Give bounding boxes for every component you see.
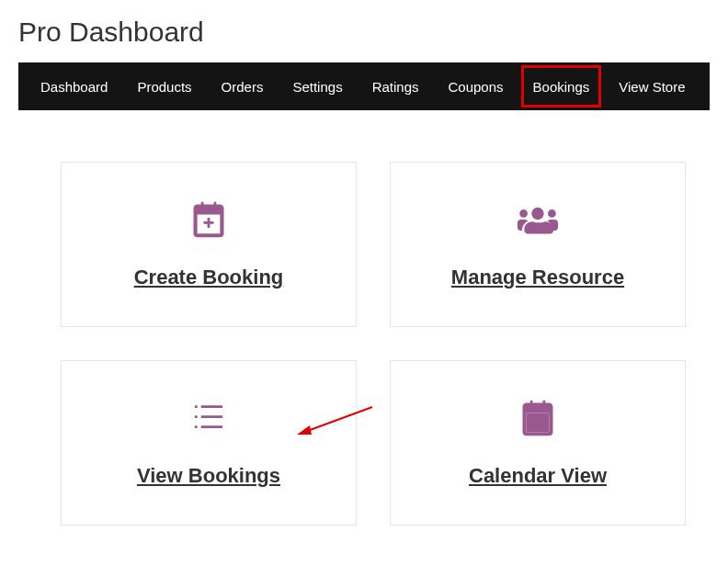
nav-item-coupons[interactable]: Coupons <box>434 62 518 110</box>
card-calendar-view[interactable]: Calendar View <box>390 360 686 526</box>
card-label: Calendar View <box>469 464 607 488</box>
card-label: View Bookings <box>137 464 280 488</box>
svg-line-0 <box>302 407 372 433</box>
nav-item-ratings[interactable]: Ratings <box>358 62 434 110</box>
main-nav: Dashboard Products Orders Settings Ratin… <box>18 62 710 110</box>
nav-item-settings[interactable]: Settings <box>278 62 357 110</box>
card-label: Create Booking <box>134 266 284 289</box>
nav-item-dashboard[interactable]: Dashboard <box>26 62 122 110</box>
nav-item-products[interactable]: Products <box>122 62 206 110</box>
arrow-annotation-icon <box>293 405 376 438</box>
calendar-icon <box>518 398 558 438</box>
card-create-booking[interactable]: Create Booking <box>61 162 357 327</box>
cards-grid: Create Booking Manage Resource View Book… <box>0 110 728 544</box>
page-title: Pro Dashboard <box>0 0 728 62</box>
nav-item-bookings[interactable]: Bookings <box>518 62 605 110</box>
calendar-plus-icon <box>188 199 229 240</box>
list-icon <box>188 398 229 438</box>
svg-marker-1 <box>297 425 312 435</box>
svg-rect-2 <box>527 413 550 433</box>
nav-item-orders[interactable]: Orders <box>207 62 279 110</box>
card-label: Manage Resource <box>451 266 624 289</box>
nav-item-view-store[interactable]: View Store <box>604 62 700 110</box>
card-view-bookings[interactable]: View Bookings <box>61 360 357 526</box>
users-icon <box>518 199 558 240</box>
card-manage-resource[interactable]: Manage Resource <box>390 162 686 327</box>
